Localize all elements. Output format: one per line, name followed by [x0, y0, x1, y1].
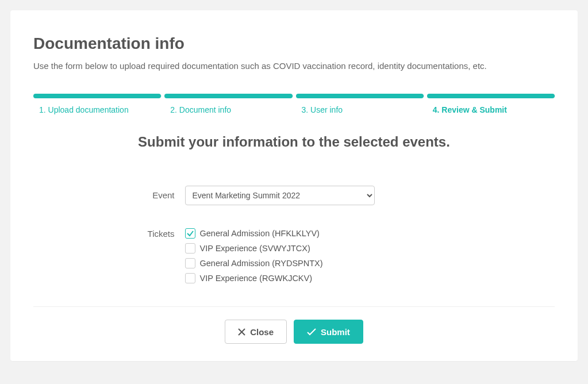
step-label: 4. Review & Submit	[427, 105, 555, 114]
step-label: 3. User info	[296, 105, 424, 114]
tickets-row: Tickets General Admission (HFKLKLYV) VIP…	[110, 228, 478, 283]
step-label: 1. Upload documentation	[33, 105, 161, 114]
ticket-label: VIP Experience (RGWKJCKV)	[200, 274, 313, 283]
documentation-info-card: Documentation info Use the form below to…	[10, 10, 578, 361]
tickets-field: General Admission (HFKLKLYV) VIP Experie…	[185, 228, 478, 283]
ticket-label: General Admission (HFKLKLYV)	[200, 229, 320, 238]
footer-actions: Close Submit	[33, 320, 555, 344]
section-heading: Submit your information to the selected …	[33, 134, 555, 150]
close-button-label: Close	[250, 327, 274, 337]
close-icon	[238, 328, 245, 336]
ticket-checkbox[interactable]	[185, 258, 195, 268]
step-bar	[164, 94, 292, 98]
check-icon	[307, 328, 316, 336]
divider	[33, 306, 555, 307]
event-row: Event Event Marketing Summit 2022	[110, 186, 478, 205]
review-form: Event Event Marketing Summit 2022 Ticket…	[110, 186, 478, 283]
event-select[interactable]: Event Marketing Summit 2022	[185, 186, 375, 205]
progress-stepper: 1. Upload documentation 2. Document info…	[33, 94, 555, 114]
step-label: 2. Document info	[164, 105, 292, 114]
ticket-item: VIP Experience (SVWYJTCX)	[185, 243, 478, 254]
ticket-label: General Admission (RYDSPNTX)	[200, 259, 323, 268]
ticket-item: General Admission (RYDSPNTX)	[185, 258, 478, 268]
step-bar	[296, 94, 424, 98]
step-bar	[33, 94, 161, 98]
step-document-info[interactable]: 2. Document info	[164, 94, 292, 114]
step-user-info[interactable]: 3. User info	[296, 94, 424, 114]
ticket-checkbox[interactable]	[185, 228, 195, 239]
close-button[interactable]: Close	[225, 320, 287, 344]
ticket-checkbox[interactable]	[185, 243, 195, 254]
ticket-label: VIP Experience (SVWYJTCX)	[200, 244, 310, 253]
submit-button-label: Submit	[321, 327, 350, 337]
step-bar	[427, 94, 555, 98]
tickets-label: Tickets	[110, 228, 185, 283]
ticket-item: General Admission (HFKLKLYV)	[185, 228, 478, 239]
submit-button[interactable]: Submit	[294, 320, 363, 344]
ticket-item: VIP Experience (RGWKJCKV)	[185, 273, 478, 283]
event-label: Event	[110, 186, 185, 205]
page-subtitle: Use the form below to upload required do…	[33, 61, 555, 71]
ticket-list: General Admission (HFKLKLYV) VIP Experie…	[185, 228, 478, 283]
page-title: Documentation info	[33, 34, 555, 53]
step-upload-documentation[interactable]: 1. Upload documentation	[33, 94, 161, 114]
event-field: Event Marketing Summit 2022	[185, 186, 478, 205]
step-review-submit[interactable]: 4. Review & Submit	[427, 94, 555, 114]
ticket-checkbox[interactable]	[185, 273, 195, 283]
